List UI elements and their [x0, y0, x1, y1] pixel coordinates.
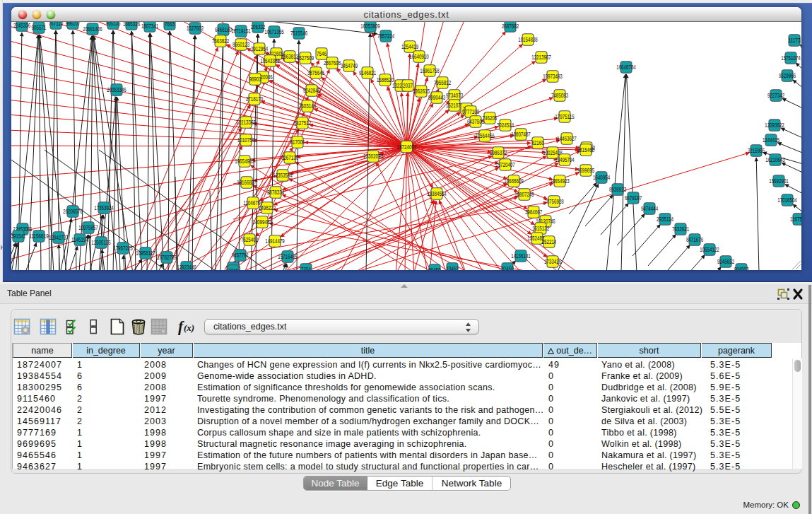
svg-text:1615132: 1615132: [532, 226, 550, 232]
svg-text:9242845: 9242845: [303, 88, 321, 94]
svg-text:9734073: 9734073: [446, 93, 464, 99]
svg-text:10958117: 10958117: [136, 250, 155, 257]
svg-text:16053809: 16053809: [360, 23, 380, 30]
svg-text:1010755: 1010755: [237, 137, 255, 144]
svg-text:3215955: 3215955: [748, 148, 765, 154]
svg-text:98901: 98901: [249, 76, 261, 83]
svg-text:1065326: 1065326: [123, 22, 141, 28]
svg-text:70756928: 70756928: [544, 199, 564, 205]
svg-text:1254419: 1254419: [401, 44, 419, 50]
svg-text:23302073: 23302073: [363, 153, 383, 160]
svg-text:3984067: 3984067: [525, 209, 543, 216]
svg-text:9777109: 9777109: [462, 109, 480, 115]
svg-text:3912954: 3912954: [251, 46, 269, 52]
svg-text:9327509: 9327509: [297, 55, 314, 62]
svg-text:905135: 905135: [106, 22, 121, 27]
svg-text:26206576: 26206576: [63, 209, 83, 215]
svg-text:15720407: 15720407: [495, 162, 515, 168]
svg-text:1498222: 1498222: [259, 205, 276, 211]
svg-text:8863812: 8863812: [281, 54, 299, 60]
svg-text:8427512: 8427512: [294, 120, 312, 127]
svg-text:105332: 105332: [251, 24, 266, 30]
svg-text:12353594: 12353594: [273, 173, 293, 179]
svg-text:10654122: 10654122: [700, 247, 719, 253]
svg-text:7254: 7254: [301, 267, 311, 270]
svg-text:1167534: 1167534: [790, 216, 801, 223]
svg-text:1733426: 1733426: [544, 259, 562, 265]
svg-text:7546: 7546: [317, 51, 326, 57]
svg-text:16640910: 16640910: [409, 54, 429, 60]
svg-text:99450: 99450: [428, 267, 441, 270]
svg-text:1244415: 1244415: [763, 137, 780, 144]
svg-text:16210643: 16210643: [765, 157, 785, 163]
svg-text:1145194: 1145194: [71, 237, 89, 243]
svg-text:11156819: 11156819: [29, 233, 49, 240]
svg-text:15751074: 15751074: [781, 55, 801, 62]
svg-text:13495794: 13495794: [555, 157, 575, 163]
svg-text:10975857: 10975857: [78, 225, 98, 231]
svg-text:7625402: 7625402: [241, 237, 259, 243]
svg-text:2718170: 2718170: [246, 96, 264, 103]
svg-text:746206: 746206: [483, 115, 498, 122]
svg-text:9329966: 9329966: [779, 73, 796, 79]
svg-text:14463627: 14463627: [557, 136, 577, 142]
svg-text:2986372: 2986372: [490, 150, 507, 156]
svg-text:8471676: 8471676: [686, 237, 704, 243]
svg-text:252214: 252214: [542, 239, 557, 245]
svg-text:13654923: 13654923: [550, 178, 570, 185]
svg-text:3267130: 3267130: [281, 155, 299, 161]
svg-text:2603144: 2603144: [299, 103, 317, 110]
svg-text:12213967: 12213967: [531, 54, 551, 61]
svg-text:92450: 92450: [501, 266, 514, 270]
svg-text:391541: 391541: [11, 233, 26, 240]
svg-text:19384554: 19384554: [427, 191, 447, 197]
svg-text:3875645: 3875645: [307, 70, 325, 76]
svg-text:2867608: 2867608: [324, 60, 341, 66]
svg-text:904503: 904503: [734, 267, 749, 270]
svg-text:8938923: 8938923: [609, 187, 627, 193]
svg-text:5878334: 5878334: [267, 189, 285, 196]
svg-text:7663822: 7663822: [212, 38, 230, 45]
svg-text:18724007: 18724007: [397, 144, 417, 151]
svg-text:16782759: 16782759: [157, 255, 177, 261]
svg-text:10807487: 10807487: [511, 132, 531, 138]
svg-text:12213363: 12213363: [236, 119, 256, 126]
svg-text:9815460: 9815460: [577, 147, 595, 153]
svg-text:10688609: 10688609: [504, 178, 524, 185]
svg-text:6437505: 6437505: [467, 119, 485, 125]
svg-text:817006: 817006: [290, 139, 305, 146]
svg-text:6466160: 6466160: [215, 27, 233, 33]
svg-text:7515546: 7515546: [290, 30, 308, 37]
svg-text:15716485: 15716485: [278, 254, 298, 260]
svg-text:20053346: 20053346: [107, 87, 126, 93]
svg-text:6679197: 6679197: [625, 195, 642, 201]
svg-text:7663: 7663: [165, 22, 175, 28]
svg-text:62160: 62160: [531, 140, 544, 146]
svg-text:21564456: 21564456: [475, 133, 495, 139]
svg-text:18807249: 18807249: [514, 192, 534, 198]
svg-text:14914479: 14914479: [265, 238, 285, 245]
svg-text:3024514: 3024514: [497, 122, 514, 129]
svg-text:9474444: 9474444: [641, 206, 659, 212]
svg-text:9146821: 9146821: [359, 70, 377, 76]
svg-text:10154838: 10154838: [518, 37, 538, 43]
svg-text:7632621: 7632621: [672, 226, 690, 233]
svg-text:19166827: 19166827: [237, 180, 257, 186]
svg-text:16648784: 16648784: [616, 64, 636, 71]
svg-text:16961758: 16961758: [420, 68, 440, 74]
svg-text:14136141: 14136141: [511, 253, 531, 259]
svg-text:9245652: 9245652: [717, 259, 735, 265]
svg-text:9227342: 9227342: [767, 93, 785, 99]
svg-text:10543362: 10543362: [260, 58, 280, 64]
svg-text:7485083: 7485083: [551, 93, 569, 99]
svg-text:12942737: 12942737: [49, 235, 69, 241]
svg-text:1588520: 1588520: [377, 77, 394, 83]
svg-text:767110: 767110: [49, 22, 64, 27]
svg-text:1640954: 1640954: [593, 175, 611, 181]
svg-text:10671355: 10671355: [264, 29, 284, 35]
svg-text:1807341: 1807341: [141, 23, 159, 30]
svg-text:10462: 10462: [446, 266, 459, 270]
svg-text:905571: 905571: [32, 25, 47, 31]
svg-text:12923446: 12923446: [177, 264, 196, 270]
svg-text:11173: 11173: [788, 37, 801, 44]
